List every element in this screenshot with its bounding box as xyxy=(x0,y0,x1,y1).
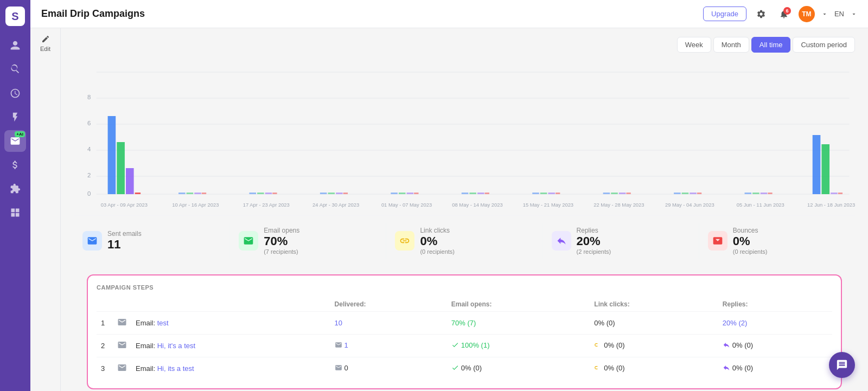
chat-button[interactable] xyxy=(829,352,855,378)
stat-sent-emails: Sent emails 11 xyxy=(74,222,230,259)
step-link[interactable]: Hi, its a test xyxy=(157,364,194,373)
svg-rect-58 xyxy=(745,193,752,194)
sent-emails-label: Sent emails xyxy=(107,230,142,238)
email-icon xyxy=(117,340,127,350)
svg-text:05 Jun - 11 Jun 2023: 05 Jun - 11 Jun 2023 xyxy=(737,202,784,208)
all-time-filter-button[interactable]: All time xyxy=(751,37,791,53)
step-delivered: 1 xyxy=(330,335,447,357)
bounces-text: Bounces 0% (0 recipients) xyxy=(733,227,768,255)
svg-rect-48 xyxy=(548,193,555,194)
col-step xyxy=(131,297,330,312)
step-opens: 0% (0) xyxy=(447,357,590,380)
stat-link-clicks: Link clicks 0% (0 recipients) xyxy=(386,222,542,259)
app-logo[interactable]: S xyxy=(5,7,25,26)
upgrade-button[interactable]: Upgrade xyxy=(703,7,746,21)
content-body: Edit Week Month All time Custom period xyxy=(30,28,868,391)
sidebar-item-search[interactable] xyxy=(4,59,26,80)
bar-chart: 0 2 4 6 8 03 Apr - 09 Apr 2023 10 Apr - … xyxy=(74,61,855,213)
col-delivered: Delivered: xyxy=(330,297,447,312)
svg-rect-30 xyxy=(249,193,256,194)
edit-button[interactable]: Edit xyxy=(40,35,50,52)
svg-rect-44 xyxy=(477,193,484,194)
svg-rect-53 xyxy=(626,193,630,194)
stat-replies: Replies 20% (2 recipients) xyxy=(543,222,699,259)
link-clicks-value: 0% xyxy=(420,234,455,248)
svg-rect-60 xyxy=(761,193,768,194)
step-name: Email: Hi, it's a test xyxy=(131,335,330,357)
step-email-icon-cell xyxy=(113,335,131,357)
sidebar-item-dollar[interactable] xyxy=(4,154,26,176)
svg-text:17 Apr - 23 Apr 2023: 17 Apr - 23 Apr 2023 xyxy=(243,202,290,208)
svg-rect-34 xyxy=(320,193,327,194)
replies-icon xyxy=(552,231,571,251)
svg-rect-41 xyxy=(414,193,418,194)
email-icon xyxy=(117,363,127,373)
sidebar-item-email[interactable]: +AI xyxy=(4,130,26,152)
svg-rect-37 xyxy=(343,193,348,194)
svg-rect-39 xyxy=(399,193,406,194)
month-filter-button[interactable]: Month xyxy=(713,37,749,53)
sidebar-item-automation[interactable] xyxy=(4,106,26,128)
week-filter-button[interactable]: Week xyxy=(677,37,711,53)
svg-rect-35 xyxy=(328,193,335,194)
sidebar-item-grid[interactable] xyxy=(4,202,26,223)
email-opens-value: 70% xyxy=(264,234,299,248)
step-replies: 0% (0) xyxy=(718,335,832,357)
edit-label: Edit xyxy=(40,46,50,52)
ai-badge: +AI xyxy=(15,131,25,137)
language-selector[interactable]: EN xyxy=(834,10,844,18)
step-link[interactable]: test xyxy=(157,319,169,327)
step-replies: 20% (2) xyxy=(718,312,832,335)
campaign-steps-label: CAMPAIGN STEPS xyxy=(97,284,832,291)
col-icon xyxy=(113,297,131,312)
step-email-icon-cell xyxy=(113,357,131,380)
svg-rect-28 xyxy=(194,193,201,194)
col-clicks: Link clicks: xyxy=(590,297,718,312)
avatar[interactable]: TM xyxy=(799,6,815,22)
step-replies: 0% (0) xyxy=(718,357,832,380)
svg-rect-14 xyxy=(135,193,141,194)
email-icon xyxy=(117,317,127,327)
step-link[interactable]: Hi, it's a test xyxy=(157,342,195,350)
col-opens: Email opens: xyxy=(447,297,590,312)
svg-text:15 May - 21 May 2023: 15 May - 21 May 2023 xyxy=(523,202,573,208)
svg-text:24 Apr - 30 Apr 2023: 24 Apr - 30 Apr 2023 xyxy=(312,202,359,208)
page-title: Email Drip Campaigns xyxy=(41,8,145,20)
svg-text:01 May - 07 May 2023: 01 May - 07 May 2023 xyxy=(381,202,432,208)
svg-rect-38 xyxy=(391,193,398,194)
sidebar-item-activity[interactable] xyxy=(4,82,26,104)
time-filters: Week Month All time Custom period xyxy=(74,37,855,53)
svg-rect-61 xyxy=(768,193,772,194)
link-clicks-sub: (0 recipients) xyxy=(420,248,455,255)
custom-period-filter-button[interactable]: Custom period xyxy=(793,37,855,53)
step-number: 3 xyxy=(97,357,113,380)
header: Email Drip Campaigns Upgrade 6 TM EN xyxy=(30,0,868,28)
svg-text:29 May - 04 Jun 2023: 29 May - 04 Jun 2023 xyxy=(665,202,714,208)
svg-rect-63 xyxy=(821,144,829,194)
table-row: 1 Email: test 10 70% (7) 0% (0) 20% (2) xyxy=(97,312,832,335)
edit-toolbar: Edit xyxy=(30,28,61,391)
stats-row: Sent emails 11 Email opens 70% (7 recipi… xyxy=(74,215,855,266)
sent-emails-value: 11 xyxy=(107,238,142,252)
svg-rect-62 xyxy=(813,135,821,194)
avatar-chevron-icon xyxy=(821,11,828,17)
stat-email-opens: Email opens 70% (7 recipients) xyxy=(230,222,386,259)
svg-rect-13 xyxy=(126,168,134,194)
campaign-table: Delivered: Email opens: Link clicks: Rep… xyxy=(97,297,832,380)
link-clicks-icon xyxy=(395,231,414,251)
sidebar-item-user[interactable] xyxy=(4,35,26,56)
step-opens: 100% (1) xyxy=(447,335,590,357)
replies-text: Replies 20% (2 recipients) xyxy=(577,227,611,255)
step-number: 1 xyxy=(97,312,113,335)
settings-icon[interactable] xyxy=(753,6,769,22)
svg-rect-11 xyxy=(108,116,116,194)
sidebar-item-plugins[interactable] xyxy=(4,178,26,200)
svg-rect-26 xyxy=(178,193,186,194)
notifications-icon[interactable]: 6 xyxy=(776,6,792,22)
replies-sub: (2 recipients) xyxy=(577,248,611,255)
col-replies: Replies: xyxy=(718,297,832,312)
step-email-icon-cell xyxy=(113,312,131,335)
step-opens: 70% (7) xyxy=(447,312,590,335)
svg-text:03 Apr - 09 Apr 2023: 03 Apr - 09 Apr 2023 xyxy=(101,202,148,208)
step-clicks: 0% (0) xyxy=(590,357,718,380)
